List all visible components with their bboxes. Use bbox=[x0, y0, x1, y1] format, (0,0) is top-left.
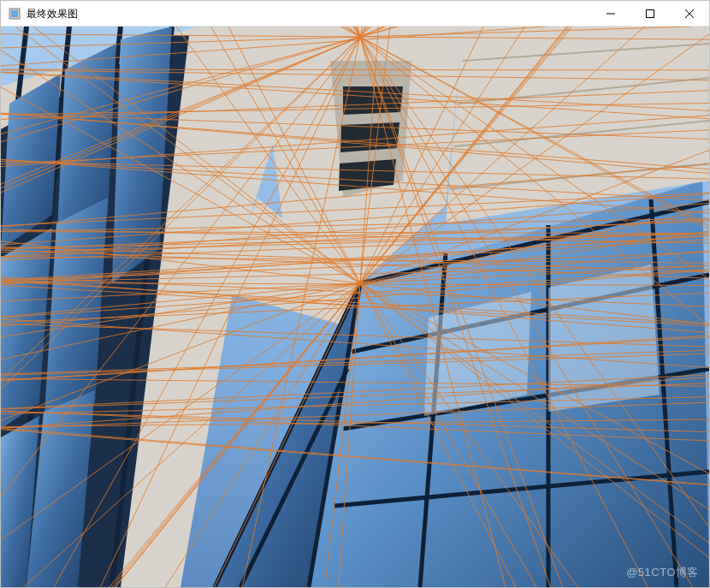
window-controls bbox=[591, 1, 709, 26]
titlebar[interactable]: 最终效果图 bbox=[1, 1, 709, 27]
svg-marker-39 bbox=[548, 264, 660, 412]
svg-rect-1 bbox=[11, 10, 18, 17]
app-window: 最终效果图 bbox=[0, 0, 710, 588]
close-icon bbox=[685, 9, 694, 18]
minimize-icon bbox=[606, 9, 615, 18]
result-image bbox=[1, 27, 709, 587]
minimize-button[interactable] bbox=[591, 1, 630, 26]
app-icon bbox=[8, 7, 21, 21]
maximize-button[interactable] bbox=[630, 1, 670, 26]
maximize-icon bbox=[646, 9, 654, 18]
window-title: 最终效果图 bbox=[27, 1, 78, 27]
svg-rect-3 bbox=[647, 9, 654, 17]
close-button[interactable] bbox=[670, 1, 709, 26]
image-viewport: @51CTO博客 bbox=[1, 27, 709, 587]
